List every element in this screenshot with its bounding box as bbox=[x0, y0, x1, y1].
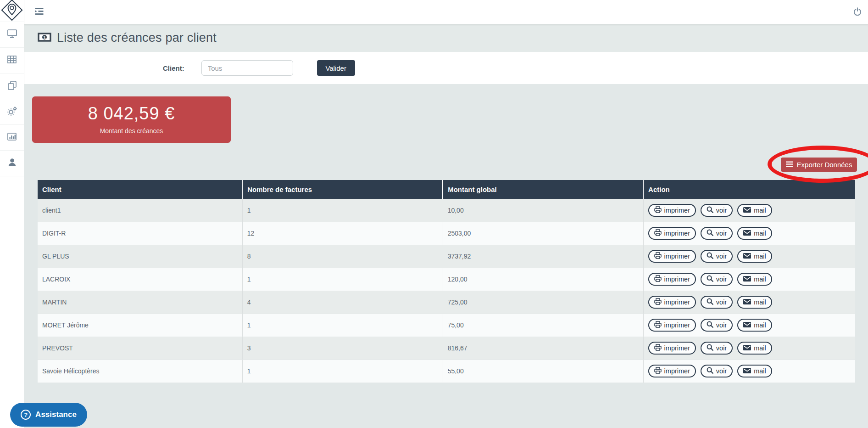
creances-summary-card: 8 042,59 € Montant des créances bbox=[32, 96, 231, 143]
envelope-icon bbox=[743, 367, 751, 375]
table-row: PREVOST 3 816,67 imprimer bbox=[38, 337, 855, 360]
col-header-client: Client bbox=[38, 180, 242, 199]
sidebar-item-users[interactable] bbox=[0, 151, 24, 176]
sidebar-toggle-button[interactable] bbox=[34, 8, 44, 15]
printer-icon bbox=[654, 321, 662, 329]
page-title: Liste des créances par client bbox=[57, 31, 217, 45]
cell-client: GL PLUS bbox=[38, 245, 242, 268]
sidebar-item-reports[interactable] bbox=[0, 125, 24, 151]
voir-button[interactable]: voir bbox=[701, 319, 733, 332]
logout-power-button[interactable] bbox=[852, 7, 862, 17]
mail-button[interactable]: mail bbox=[737, 365, 772, 377]
printer-icon bbox=[654, 367, 662, 375]
mail-button[interactable]: mail bbox=[737, 227, 772, 240]
mail-button[interactable]: mail bbox=[737, 250, 772, 263]
voir-button[interactable]: voir bbox=[701, 227, 733, 240]
cell-client: MORET Jérôme bbox=[38, 314, 242, 337]
cell-montant: 55,00 bbox=[443, 360, 643, 383]
search-icon bbox=[707, 252, 713, 260]
voir-button[interactable]: voir bbox=[701, 365, 733, 377]
imprimer-button[interactable]: imprimer bbox=[648, 365, 696, 377]
imprimer-button[interactable]: imprimer bbox=[648, 342, 696, 355]
voir-button[interactable]: voir bbox=[701, 342, 733, 355]
cell-client: MARTIN bbox=[38, 291, 242, 314]
envelope-icon bbox=[743, 344, 751, 352]
search-icon bbox=[707, 344, 713, 352]
printer-icon bbox=[654, 206, 662, 214]
sidebar-item-documents[interactable] bbox=[0, 73, 24, 99]
sidebar-item-dashboard[interactable] bbox=[0, 22, 24, 48]
cell-factures: 4 bbox=[242, 291, 443, 314]
search-icon bbox=[707, 275, 713, 283]
printer-icon bbox=[654, 344, 662, 352]
menu-lines-icon bbox=[786, 161, 793, 169]
table-row: GL PLUS 8 3737,92 imprimer bbox=[38, 245, 855, 268]
table-row: DIGIT-R 12 2503,00 imprimer bbox=[38, 222, 855, 245]
cell-client: client1 bbox=[38, 199, 242, 222]
creances-table: Client Nombre de factures Montant global… bbox=[38, 180, 855, 383]
cell-montant: 120,00 bbox=[443, 268, 643, 291]
export-data-button[interactable]: Exporter Données bbox=[781, 158, 857, 172]
imprimer-button[interactable]: imprimer bbox=[648, 204, 696, 217]
envelope-icon bbox=[743, 207, 751, 214]
voir-button[interactable]: voir bbox=[701, 296, 733, 309]
client-filter-input[interactable] bbox=[201, 60, 293, 76]
page-header: 1 Liste des créances par client bbox=[24, 24, 868, 52]
user-icon bbox=[8, 158, 17, 169]
mail-button[interactable]: mail bbox=[737, 319, 772, 332]
cell-actions: imprimer voir mail bbox=[643, 337, 855, 360]
mail-button[interactable]: mail bbox=[737, 296, 772, 309]
table-body: client1 1 10,00 imprimer bbox=[38, 199, 855, 383]
imprimer-button[interactable]: imprimer bbox=[648, 319, 696, 332]
envelope-icon bbox=[743, 253, 751, 260]
sidebar bbox=[0, 0, 24, 428]
printer-icon bbox=[654, 298, 662, 306]
imprimer-button[interactable]: imprimer bbox=[648, 296, 696, 309]
search-icon bbox=[707, 367, 713, 375]
imprimer-button[interactable]: imprimer bbox=[648, 273, 696, 286]
cell-factures: 3 bbox=[242, 337, 443, 360]
bar-chart-icon bbox=[7, 133, 17, 142]
voir-button[interactable]: voir bbox=[701, 250, 733, 263]
printer-icon bbox=[654, 275, 662, 283]
voir-button[interactable]: voir bbox=[701, 273, 733, 286]
col-header-montant: Montant global bbox=[443, 180, 643, 199]
mail-button[interactable]: mail bbox=[737, 342, 772, 355]
imprimer-button[interactable]: imprimer bbox=[648, 250, 696, 263]
imprimer-button[interactable]: imprimer bbox=[648, 227, 696, 240]
cell-montant: 816,67 bbox=[443, 337, 643, 360]
mail-button[interactable]: mail bbox=[737, 204, 772, 217]
valider-button[interactable]: Valider bbox=[317, 60, 355, 76]
cell-actions: imprimer voir mail bbox=[643, 245, 855, 268]
grid-table-icon bbox=[7, 56, 17, 65]
mail-button[interactable]: mail bbox=[737, 273, 772, 286]
gears-icon bbox=[7, 107, 17, 118]
svg-text:1: 1 bbox=[43, 35, 45, 39]
filter-bar: Client: Valider bbox=[24, 52, 868, 84]
cell-factures: 1 bbox=[242, 268, 443, 291]
money-bill-icon: 1 bbox=[38, 33, 51, 44]
envelope-icon bbox=[743, 230, 751, 237]
sidebar-toggle-icon bbox=[35, 9, 44, 16]
assistance-button[interactable]: ? Assistance bbox=[10, 403, 87, 427]
creances-caption: Montant des créances bbox=[32, 127, 231, 135]
cell-actions: imprimer voir mail bbox=[643, 222, 855, 245]
cell-montant: 2503,00 bbox=[443, 222, 643, 245]
sidebar-item-settings[interactable] bbox=[0, 99, 24, 125]
cell-montant: 10,00 bbox=[443, 199, 643, 222]
voir-button[interactable]: voir bbox=[701, 204, 733, 217]
cell-factures: 1 bbox=[242, 199, 443, 222]
app-logo[interactable] bbox=[0, 0, 24, 22]
search-icon bbox=[707, 321, 713, 329]
cell-client: DIGIT-R bbox=[38, 222, 242, 245]
question-circle-icon: ? bbox=[21, 410, 31, 420]
table-row: Savoie Hélicoptères 1 55,00 imprimer bbox=[38, 360, 855, 383]
cell-factures: 1 bbox=[242, 360, 443, 383]
cell-actions: imprimer voir mail bbox=[643, 360, 855, 383]
search-icon bbox=[707, 298, 713, 306]
printer-icon bbox=[654, 229, 662, 237]
cell-montant: 725,00 bbox=[443, 291, 643, 314]
envelope-icon bbox=[743, 298, 751, 306]
cell-montant: 3737,92 bbox=[443, 245, 643, 268]
sidebar-item-tables[interactable] bbox=[0, 48, 24, 73]
